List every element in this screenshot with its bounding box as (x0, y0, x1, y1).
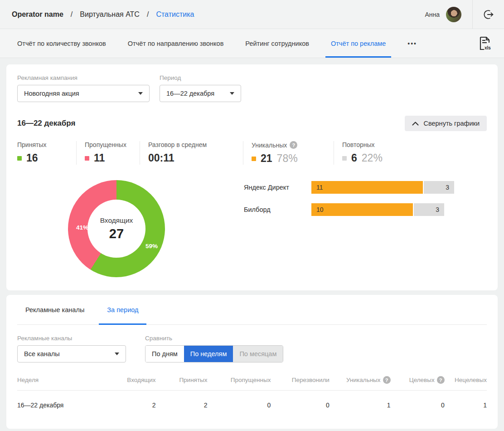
cell-non-target: 1 (445, 391, 487, 418)
export-xls-button[interactable]: xls (473, 29, 498, 58)
segment-by-months[interactable]: По месяцам (233, 346, 283, 362)
logout-icon (483, 9, 494, 20)
missed-swatch (85, 156, 89, 161)
stat-avg-talk-label: Разговор в среднем (148, 141, 237, 148)
campaign-filter-label: Рекламная кампания (17, 74, 150, 81)
subtab-ad-channels[interactable]: Рекламные каналы (17, 295, 92, 325)
logout-button[interactable] (473, 0, 504, 29)
breadcrumb: Operator name / Виртуальная АТС / Статис… (0, 10, 425, 19)
tab-call-count-report[interactable]: Отчёт по количеству звонков (12, 29, 111, 58)
col-unique-label: Уникальных (346, 377, 381, 383)
donut-total: 27 (109, 226, 124, 241)
compare-filter-label: Сравнить (145, 335, 283, 342)
channels-filter: Рекламные каналы Все каналы (17, 335, 126, 362)
col-week: Неделя (17, 372, 107, 391)
cell-called-back: 0 (271, 391, 330, 418)
period-filter-label: Период (160, 74, 241, 81)
breadcrumb-vats[interactable]: Виртуальная АТС (80, 10, 140, 19)
accepted-swatch (17, 156, 22, 161)
donut-title: Входящих (100, 216, 133, 225)
col-called-back: Перезвонили (271, 372, 330, 391)
donut-chart: 41% 59% Входящих 27 (68, 180, 165, 277)
tab-call-direction-report[interactable]: Отчёт по направлению звонков (122, 29, 229, 58)
channels-filter-label: Рекламные каналы (17, 335, 126, 342)
report-tabbar: Отчёт по количеству звонков Отчёт по нап… (0, 29, 504, 58)
cell-unique: 1 (330, 391, 391, 418)
channels-select[interactable]: Все каналы (17, 345, 126, 362)
stat-missed-label: Пропущенных (85, 141, 133, 148)
compare-segmented-control: По дням По неделям По месяцам (145, 345, 283, 362)
top-filters: Рекламная кампания Новогодняя акция Пери… (17, 74, 487, 102)
segment-by-days[interactable]: По дням (145, 346, 184, 362)
user-name: Анна (425, 11, 440, 18)
charts-row: 41% 59% Входящих 27 Яндекс Директ 11 3 Б… (17, 180, 487, 278)
bar-yandex-unique: 11 (311, 181, 423, 194)
stat-unique-value: 21 (261, 152, 272, 165)
donut-accepted-percent-label: 59% (145, 243, 158, 250)
chevron-down-icon (115, 353, 119, 355)
stat-accepted-value: 16 (26, 152, 38, 164)
campaign-select-value: Новогодняя акция (24, 90, 79, 97)
stat-avg-talk: Разговор в среднем 00:11 (140, 141, 243, 165)
cell-week: 16—22 декабря (17, 391, 107, 418)
subtab-per-period[interactable]: За период (99, 295, 146, 325)
table-header-row: Неделя Входящих Принятых Пропущенных Пер… (17, 372, 487, 391)
help-icon[interactable]: ? (290, 141, 297, 149)
bar-yandex-repeat: 3 (424, 181, 454, 194)
stat-avg-talk-value: 00:11 (148, 152, 174, 164)
col-missed: Пропущенных (208, 372, 271, 391)
stat-accepted: Принятых 16 (17, 141, 76, 165)
period-table: Неделя Входящих Принятых Пропущенных Пер… (17, 372, 487, 418)
col-unique: Уникальных ? (330, 372, 391, 391)
stat-missed: Пропущенных 11 (76, 141, 140, 165)
help-icon[interactable]: ? (383, 376, 391, 384)
period-filter: Период 16—22 декабря (160, 74, 241, 102)
breadcrumb-statistics[interactable]: Статистика (156, 10, 194, 19)
collapse-charts-label: Свернуть графики (423, 120, 480, 127)
app-header: Operator name / Виртуальная АТС / Статис… (0, 0, 504, 29)
bar-label-yandex: Яндекс Директ (244, 184, 311, 191)
col-non-target: Нецелевых (445, 372, 487, 391)
campaign-select[interactable]: Новогодняя акция (17, 85, 150, 102)
avatar[interactable] (446, 7, 461, 22)
stat-missed-value: 11 (94, 152, 105, 164)
help-icon[interactable]: ? (437, 376, 445, 384)
stat-unique-label: Уникальных (252, 142, 287, 149)
donut-center: Входящих 27 (87, 200, 145, 258)
chevron-down-icon (230, 92, 234, 95)
col-accepted: Принятых (156, 372, 208, 391)
detail-filters: Рекламные каналы Все каналы Сравнить По … (17, 335, 487, 362)
stat-repeat-label: Повторных (342, 141, 480, 148)
stats-row: Принятых 16 Пропущенных 11 Разговор в ср… (17, 141, 487, 165)
col-incoming: Входящих (107, 372, 156, 391)
donut-missed-percent-label: 41% (76, 224, 88, 231)
breadcrumb-operator[interactable]: Operator name (12, 10, 63, 19)
chevron-up-icon (412, 122, 419, 126)
tab-ad-report[interactable]: Отчёт по рекламе (325, 29, 391, 58)
repeat-swatch (342, 156, 347, 161)
cell-accepted: 2 (156, 391, 208, 418)
cell-incoming: 2 (107, 391, 156, 418)
stat-repeat: Повторных 6 22% (334, 141, 487, 165)
more-tabs-button[interactable]: ••• (402, 29, 422, 58)
stat-repeat-percent: 22% (362, 152, 383, 164)
collapse-charts-button[interactable]: Свернуть графики (405, 116, 487, 131)
channels-select-value: Все каналы (24, 350, 60, 358)
period-section-header: 16—22 декабря Свернуть графики (17, 116, 487, 131)
segment-by-weeks[interactable]: По неделям (184, 346, 233, 362)
period-title: 16—22 декабря (17, 119, 75, 128)
period-select-value: 16—22 декабря (166, 90, 214, 97)
period-select[interactable]: 16—22 декабря (160, 85, 241, 102)
detail-subtabs: Рекламные каналы За период (17, 295, 487, 325)
table-row[interactable]: 16—22 декабря 2 2 0 0 1 0 1 (17, 391, 487, 418)
svg-text:xls: xls (485, 45, 491, 50)
channel-bars-chart: Яндекс Директ 11 3 Билборд 10 3 (244, 181, 487, 225)
col-target: Целевых ? (391, 372, 445, 391)
tab-employee-rating[interactable]: Рейтинг сотрудников (240, 29, 315, 58)
breadcrumb-separator: / (147, 10, 149, 19)
stat-unique-percent: 78% (277, 152, 298, 165)
period-detail-card: Рекламные каналы За период Рекламные кан… (6, 295, 498, 429)
bar-row-yandex: Яндекс Директ 11 3 (244, 181, 487, 194)
stat-unique: Уникальных ? 21 78% (243, 141, 334, 165)
cell-missed: 0 (208, 391, 271, 418)
